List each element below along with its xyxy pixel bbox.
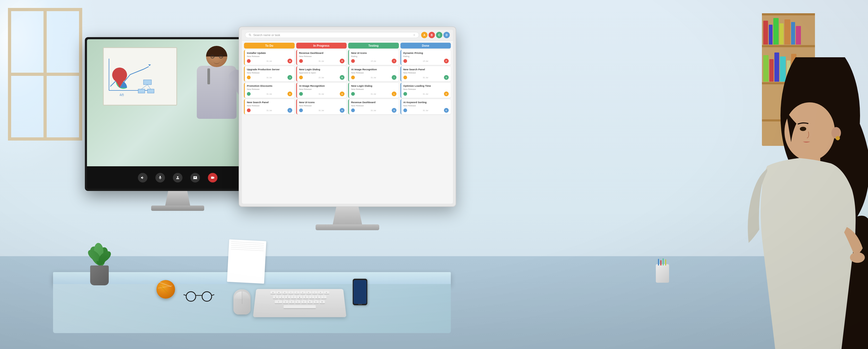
card-title: New Login Dialog bbox=[351, 84, 397, 87]
volume-icon bbox=[141, 176, 145, 180]
priority-dot bbox=[247, 75, 251, 79]
desk-front bbox=[53, 284, 451, 333]
todo-card-1[interactable]: Installer Update New Release 31 Jul M bbox=[244, 50, 294, 65]
inprogress-card-1[interactable]: Revenue Dashboard New Release 31 Jul R bbox=[296, 50, 347, 65]
priority-dot bbox=[403, 108, 407, 112]
card-sub: New Release bbox=[403, 72, 449, 74]
card-avatar: L bbox=[287, 108, 292, 113]
svg-point-18 bbox=[219, 55, 222, 58]
priority-dot bbox=[403, 75, 407, 79]
priority-dot bbox=[403, 92, 407, 96]
priority-dot bbox=[299, 75, 303, 79]
book bbox=[779, 23, 784, 44]
inprogress-card-4[interactable]: New UI Icons New Release 31 Jul U bbox=[296, 99, 347, 114]
mouse-right-button[interactable] bbox=[242, 291, 250, 299]
card-footer: 15 Jul P bbox=[403, 59, 449, 63]
window-cross-vertical bbox=[43, 8, 47, 140]
left-monitor-base bbox=[151, 205, 204, 211]
done-column: Done Dynamic Pricing Rating 15 Jul P bbox=[400, 43, 451, 199]
card-date: 15 Jul bbox=[371, 60, 376, 62]
todo-card-2[interactable]: Upgrade Production Server New Release 31… bbox=[244, 66, 294, 82]
key: x bbox=[289, 300, 294, 304]
mouse-left-button[interactable] bbox=[234, 291, 242, 299]
testing-card-4[interactable]: Revenue Dashboard New Release 31 Jul D bbox=[348, 99, 399, 114]
key: q bbox=[270, 291, 276, 294]
card-date: 31 Jul bbox=[267, 76, 272, 79]
card-title: New Search Panel bbox=[247, 101, 292, 104]
profile-button[interactable] bbox=[173, 173, 182, 183]
card-avatar: L bbox=[392, 92, 397, 96]
volume-button[interactable] bbox=[138, 173, 148, 183]
done-card-1[interactable]: Dynamic Pricing Rating 15 Jul P bbox=[400, 50, 451, 65]
key: m bbox=[319, 300, 325, 304]
priority-dot bbox=[351, 59, 355, 63]
desk-plant bbox=[88, 246, 112, 285]
todo-label: To Do bbox=[265, 44, 273, 47]
book bbox=[796, 26, 801, 44]
card-sub: New Release bbox=[299, 88, 345, 90]
card-sub: New Release bbox=[403, 88, 449, 90]
keyboard: q w e r t y u i o p a s d f g h j k l ⇧ … bbox=[253, 289, 347, 317]
priority-dot bbox=[247, 108, 251, 112]
priority-dot bbox=[299, 108, 303, 112]
shelf-mid1 bbox=[762, 45, 815, 47]
priority-dot bbox=[351, 75, 355, 79]
key: l bbox=[321, 295, 327, 299]
card-footer: 31 Jul S bbox=[403, 75, 449, 80]
svg-point-5 bbox=[187, 292, 195, 300]
done-label: Done bbox=[422, 44, 429, 47]
card-date: 31 Jul bbox=[371, 93, 376, 95]
card-title: Optimize Loading Time bbox=[403, 84, 449, 87]
mouse-scroll-wheel bbox=[242, 298, 242, 304]
done-card-3[interactable]: Optimize Loading Time New Release 31 Jul… bbox=[400, 83, 451, 98]
key: f bbox=[291, 295, 296, 299]
key: y bbox=[300, 291, 305, 294]
todo-card-3[interactable]: Promotion Discounts New Release 31 Jul K bbox=[244, 83, 294, 98]
key: n bbox=[313, 300, 319, 304]
card-title: New UI Icons bbox=[351, 52, 397, 54]
svg-point-26 bbox=[850, 252, 865, 263]
presenter-head bbox=[206, 46, 227, 67]
screen-share-button[interactable] bbox=[190, 173, 200, 183]
card-date: 31 Jul bbox=[423, 93, 428, 95]
card-footer: 31 Jul I bbox=[351, 75, 397, 80]
testing-card-2[interactable]: AI Image Recognition New Release 31 Jul … bbox=[348, 66, 399, 82]
card-date: 31 Jul bbox=[267, 93, 272, 95]
key: t bbox=[294, 291, 300, 294]
right-monitor-screen: Search name or task A B C D To Do bbox=[242, 30, 453, 204]
inprogress-card-2[interactable]: New Login Dialog Approved & Open 21 Jul … bbox=[296, 66, 347, 82]
phone-screen bbox=[353, 280, 367, 304]
done-card-2[interactable]: New Search Panel New Release 31 Jul S bbox=[400, 66, 451, 82]
done-card-4[interactable]: AI Keyword Sorting New Release 31 Jul K bbox=[400, 99, 451, 114]
camera-off-button[interactable] bbox=[208, 173, 217, 183]
clear-search-icon[interactable] bbox=[413, 34, 415, 36]
testing-card-3[interactable]: New Login Dialog New Release 31 Jul L bbox=[348, 83, 399, 98]
card-footer: 31 Jul J bbox=[247, 75, 292, 80]
spacebar-key bbox=[283, 305, 316, 309]
avatar-4: D bbox=[443, 32, 450, 38]
key-row-3: ⇧ z x c v b n m bbox=[256, 300, 343, 304]
card-date: 15 Jul bbox=[423, 60, 428, 62]
rubber-band-3 bbox=[161, 286, 170, 295]
done-column-header: Done bbox=[400, 43, 451, 49]
keyboard-rows: q w e r t y u i o p a s d f g h j k l ⇧ … bbox=[253, 289, 346, 311]
priority-dot bbox=[247, 59, 251, 63]
key: u bbox=[306, 291, 311, 294]
book bbox=[791, 22, 795, 44]
camera-off-icon bbox=[211, 176, 215, 180]
microphone-button[interactable] bbox=[155, 173, 165, 183]
book bbox=[784, 19, 790, 44]
shift-key: ⇧ bbox=[275, 300, 282, 304]
todo-card-4[interactable]: New Search Panel New Release 31 Jul L bbox=[244, 99, 294, 114]
card-footer: 31 Jul K bbox=[247, 92, 292, 96]
card-sub: New Release bbox=[351, 72, 397, 74]
inprogress-card-3[interactable]: AI Image Recognition New Release 31 Jul … bbox=[296, 83, 347, 98]
notebook bbox=[227, 239, 266, 284]
search-bar[interactable]: Search name or task bbox=[245, 32, 419, 38]
card-avatar: U bbox=[340, 108, 344, 113]
testing-card-1[interactable]: New UI Icons Rating 15 Jul T bbox=[348, 50, 399, 65]
presenter-figure bbox=[189, 44, 247, 145]
key: i bbox=[312, 291, 317, 294]
card-sub: New Release bbox=[351, 88, 397, 90]
svg-line-4 bbox=[212, 295, 214, 295]
